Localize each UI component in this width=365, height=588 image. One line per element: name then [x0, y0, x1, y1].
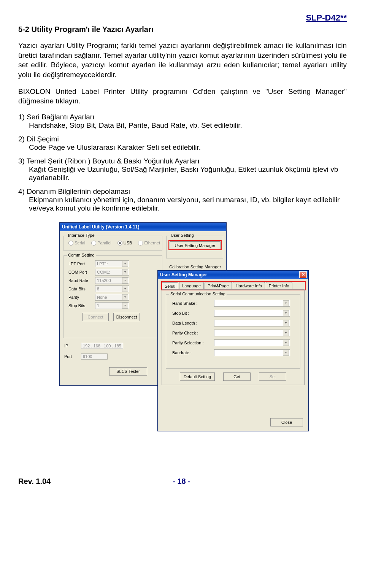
paragraph-1: Yazıcı ayarları Utility Programı; farklı… — [18, 41, 347, 80]
group-comm-setting: Comm Setting LPT Port LPT1:▾ COM Port CO… — [63, 255, 162, 338]
chevron-down-icon: ▾ — [122, 303, 128, 309]
item-2-head: 2) Dil Şeçimi — [18, 135, 347, 143]
legend-comm: Comm Setting — [67, 253, 96, 257]
label-stopbits: Stop Bits — [68, 303, 95, 308]
dropdown-parityselection[interactable]: ▾ — [214, 339, 290, 346]
radio-parallel-label: Parallel — [97, 241, 111, 245]
chevron-down-icon: ▾ — [283, 330, 289, 336]
label-stopbit: Stop Bit : — [172, 311, 214, 315]
label-parity: Parity — [68, 295, 95, 300]
user-setting-manager-button[interactable]: User Setting Manager — [170, 241, 221, 250]
set-button[interactable]: Set — [259, 372, 286, 381]
chevron-down-icon: ▾ — [283, 310, 289, 316]
dropdown-stopbits-value: 1 — [97, 303, 99, 308]
section-title: 5-2 Utility Program'ı ile Yazıcı Ayarlar… — [18, 25, 347, 34]
tab-strip: Serial Language Print&Page Hardware Info… — [162, 282, 308, 289]
titlebar-usm[interactable]: User Setting Manager ✕ — [158, 271, 308, 279]
calibration-label: Calibration Setting Manager — [169, 265, 221, 269]
label-port: Port — [64, 354, 76, 359]
group-serial-comm: Serial Communication Setting Hand Shake … — [166, 294, 300, 369]
tab-body: Serial Communication Setting Hand Shake … — [162, 289, 305, 385]
dropdown-paritycheck[interactable]: ▾ — [214, 330, 290, 336]
radio-usb[interactable]: USB — [117, 241, 132, 246]
item-3-head: 3) Temel Şerit (Ribon ) Boyutu & Baskı Y… — [18, 157, 347, 165]
chevron-down-icon: ▾ — [122, 261, 128, 267]
dropdown-com[interactable]: COM1:▾ — [95, 269, 129, 276]
radio-parallel[interactable]: Parallel — [91, 241, 111, 246]
label-baudrate: Baudrate : — [172, 350, 214, 355]
dropdown-lpt-value: LPT1: — [97, 262, 108, 266]
titlebar-main[interactable]: Unified Label Utility (Version 1.4.11) — [60, 223, 226, 231]
chevron-down-icon: ▾ — [283, 350, 289, 356]
dropdown-baud[interactable]: 115200▾ — [95, 277, 129, 284]
dropdown-baudrate[interactable]: ▾ — [214, 349, 290, 356]
label-parityselection: Parity Selection : — [172, 341, 214, 345]
chevron-down-icon: ▾ — [283, 300, 289, 306]
dropdown-parity[interactable]: None▾ — [95, 294, 129, 301]
legend-serial-comm: Serial Communication Setting — [169, 292, 227, 296]
dropdown-datalength[interactable]: ▾ — [214, 320, 290, 326]
radio-ethernet[interactable]: Ethernet — [138, 241, 160, 246]
label-lpt: LPT Port — [68, 262, 95, 266]
chevron-down-icon: ▾ — [122, 277, 128, 284]
model-header: SLP-D42** — [18, 13, 347, 23]
window-user-setting-manager: User Setting Manager ✕ Serial Language P… — [157, 270, 309, 431]
dropdown-baud-value: 115200 — [97, 278, 111, 283]
chevron-down-icon: ▾ — [122, 286, 128, 292]
port-field[interactable]: 9100 — [81, 353, 108, 360]
label-datalength: Data Length : — [172, 321, 214, 325]
ip-field[interactable]: 192 . 168 . 100 . 185 — [81, 343, 123, 349]
footer-revision: Rev. 1.04 — [18, 477, 51, 486]
chevron-down-icon: ▾ — [122, 294, 128, 300]
dropdown-stopbit[interactable]: ▾ — [214, 310, 290, 317]
tab-printer-info[interactable]: Printer Info — [266, 282, 292, 289]
dropdown-com-value: COM1: — [97, 270, 110, 274]
close-icon[interactable]: ✕ — [299, 271, 307, 278]
item-1-sub: Handshake, Stop Bit, Data Bit, Parite, B… — [18, 121, 347, 130]
slcs-tester-button[interactable]: SLCS Tester — [109, 367, 147, 376]
item-2-sub: Code Page ve Uluslararası Karakter Seti … — [18, 143, 347, 152]
label-databits: Data Bits — [68, 287, 95, 291]
radio-ethernet-label: Ethernet — [144, 241, 160, 245]
dropdown-stopbits[interactable]: 1▾ — [95, 302, 129, 309]
dropdown-lpt[interactable]: LPT1:▾ — [95, 260, 129, 267]
label-ip: IP — [64, 344, 76, 348]
tab-serial[interactable]: Serial — [162, 282, 178, 290]
footer-page-number: - 18 - — [173, 477, 190, 486]
tab-print-page[interactable]: Print&Page — [205, 282, 232, 289]
label-handshake: Hand Shake : — [172, 301, 214, 306]
paragraph-2: BIXOLON United Label Printer Utility pro… — [18, 87, 347, 106]
tab-language[interactable]: Language — [179, 282, 204, 289]
default-setting-button[interactable]: Default Setting — [180, 372, 215, 381]
chevron-down-icon: ▾ — [122, 269, 128, 275]
radio-serial-label: Serial — [75, 241, 85, 245]
dropdown-databits[interactable]: 8▾ — [95, 285, 129, 292]
dropdown-databits-value: 8 — [97, 287, 99, 291]
legend-user-setting: User Setting — [170, 233, 195, 238]
titlebar-usm-text: User Setting Manager — [160, 272, 207, 277]
item-4-sub: Ekipmanın kullanıcı yönetimi için, donan… — [18, 196, 347, 212]
close-button[interactable]: Close — [270, 418, 303, 426]
connect-button[interactable]: Connect — [82, 313, 109, 321]
item-1-head: 1) Seri Bağlantı Ayarları — [18, 113, 347, 121]
radio-usb-label: USB — [124, 241, 132, 245]
item-4-head: 4) Donanım Bilgilerinin depolaması — [18, 187, 347, 196]
label-com: COM Port — [68, 270, 95, 274]
chevron-down-icon: ▾ — [283, 340, 289, 346]
group-user-setting: User Setting User Setting Manager — [166, 236, 223, 258]
screenshot-area: Unified Label Utility (Version 1.4.11) I… — [59, 222, 325, 435]
label-paritycheck: Parity Check : — [172, 331, 214, 335]
disconnect-button[interactable]: Disconnect — [113, 313, 140, 321]
radio-serial[interactable]: Serial — [68, 241, 85, 246]
get-button[interactable]: Get — [223, 372, 251, 381]
legend-interface: Interface Type — [67, 233, 96, 238]
titlebar-main-text: Unified Label Utility (Version 1.4.11) — [62, 224, 139, 230]
group-interface-type: Interface Type Serial Parallel USB Ether… — [63, 236, 162, 251]
label-baud: Baud Rate — [68, 278, 95, 283]
tab-hardware-info[interactable]: Hardware Info — [233, 282, 265, 289]
dropdown-handshake[interactable]: ▾ — [214, 300, 290, 307]
dropdown-parity-value: None — [97, 295, 107, 300]
item-3-sub: Kağıt Genişliği ve Uzunluğu, Sol/Sağ Mar… — [18, 165, 347, 182]
chevron-down-icon: ▾ — [283, 320, 289, 326]
